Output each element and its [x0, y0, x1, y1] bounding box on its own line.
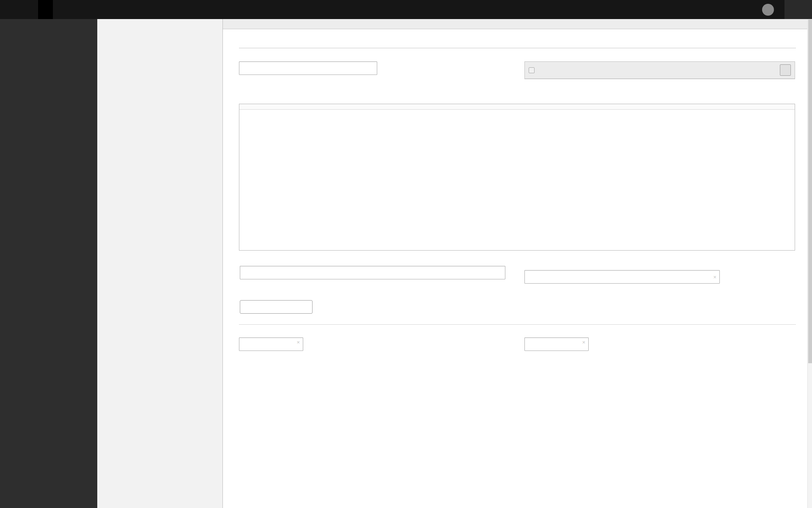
additional-tripinfo-input[interactable]: [240, 266, 505, 279]
clear-icon[interactable]: ×: [296, 340, 300, 345]
rte-content[interactable]: [239, 110, 795, 250]
bookmarks-button[interactable]: [718, 0, 737, 19]
toggle-all-checkbox[interactable]: [529, 67, 535, 73]
trip-contact-person-field: [235, 292, 319, 319]
topbar-search[interactable]: [785, 0, 812, 19]
pagetree-panel: [97, 19, 223, 508]
max-teilnehmer-field: ×: [524, 333, 795, 351]
scrollbar-thumb[interactable]: [808, 19, 812, 363]
tab-bar: [239, 48, 796, 48]
pagetree-toggle-button[interactable]: [19, 0, 38, 19]
vertical-scrollbar[interactable]: [807, 19, 812, 508]
content-area: × ×: [223, 19, 812, 508]
text-field: [239, 104, 796, 251]
doc-header: [223, 19, 812, 29]
user-menu[interactable]: [755, 0, 785, 19]
min-teilnehmer-input[interactable]: [239, 337, 303, 351]
min-teilnehmer-field: ×: [239, 333, 524, 351]
tripcode-field: [239, 58, 524, 75]
search-boost-field: ×: [520, 258, 741, 289]
search-boost-input[interactable]: [524, 270, 720, 284]
modules-toggle-button[interactable]: [0, 0, 19, 19]
block-api-panel: [524, 61, 795, 79]
rte-toolbar: [239, 104, 795, 110]
divider: [239, 324, 796, 325]
contact-person-select[interactable]: [240, 300, 313, 314]
max-teilnehmer-input[interactable]: [524, 337, 589, 351]
rich-text-editor: [239, 104, 795, 251]
clear-icon[interactable]: ×: [713, 274, 716, 280]
avatar: [762, 4, 774, 16]
clear-icon[interactable]: ×: [582, 340, 585, 345]
resize-handle-icon[interactable]: [789, 245, 794, 249]
module-sidebar: [0, 19, 97, 508]
additional-tripinfo-field: [235, 258, 511, 289]
edit-form: × ×: [223, 29, 812, 508]
brand-logo[interactable]: [38, 0, 53, 19]
undo-selection-button[interactable]: [780, 64, 791, 76]
block-api-field: [524, 58, 795, 79]
help-button[interactable]: [737, 0, 755, 19]
topbar: [0, 0, 812, 19]
tripcode-input[interactable]: [239, 61, 377, 75]
